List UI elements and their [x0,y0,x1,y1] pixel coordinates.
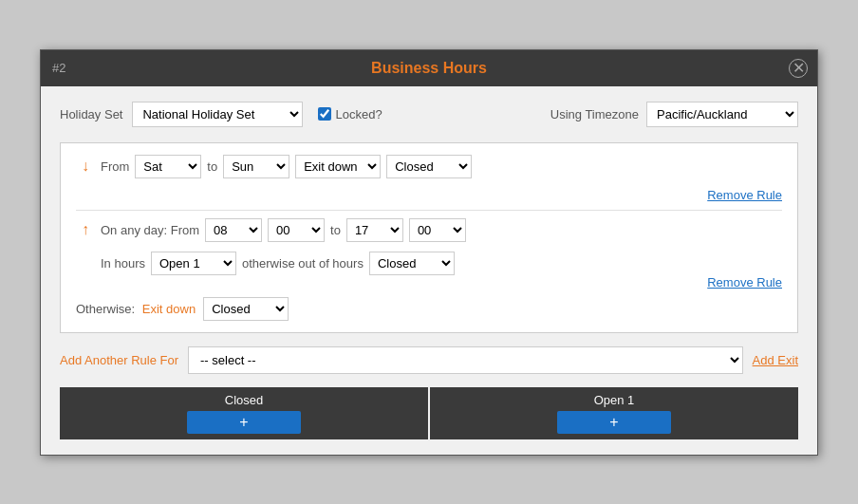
rule-1-from-day[interactable]: Sat SunMonTueWedThuFri [135,155,201,178]
otherwise-label: Otherwise: Exit down [76,302,196,316]
window-number: #2 [52,61,65,75]
rule-1-remove-row: Remove Rule [76,188,782,202]
rule-1-to-label: to [207,159,217,174]
locked-label: Locked? [335,107,382,121]
window-title: Business Hours [371,60,487,77]
timezone-label: Using Timezone [550,107,639,121]
rule-2-remove-link[interactable]: Remove Rule [707,275,782,289]
bottom-buttons: Closed + Open 1 + [60,387,798,439]
add-rule-row: Add Another Rule For -- select -- Add Ex… [60,346,798,374]
rule-1-row: ↓ From Sat SunMonTueWedThuFri to Sun Mon… [76,155,782,178]
content-area: Holiday Set National Holiday Set Locked?… [41,86,817,455]
bottom-col-open1: Open 1 + [430,387,798,439]
timezone-select[interactable]: Pacific/Auckland [646,102,798,127]
rule-2-sub-row: In hours Open 1 Open 2 Closed otherwise … [76,252,782,275]
rule-2-otherwise-label: otherwise out of hours [242,256,364,271]
bottom-col-closed: Closed + [60,387,428,439]
rules-box: ↓ From Sat SunMonTueWedThuFri to Sun Mon… [60,142,798,333]
rule-2-from-hour[interactable]: 08 0001020304050607 091011121314151617 [205,218,262,242]
closed-col-label: Closed [225,393,263,407]
add-exit-button[interactable]: Add Exit [753,353,798,367]
close-button[interactable]: ✕ [789,59,808,78]
closed-plus-button[interactable]: + [187,411,301,434]
rule-1-block: ↓ From Sat SunMonTueWedThuFri to Sun Mon… [76,155,782,202]
rule-1-to-day[interactable]: Sun MonTueWedThuFriSat [223,155,289,178]
locked-checkbox[interactable] [318,107,331,121]
rule-2-to-label: to [330,223,341,237]
titlebar: #2 Business Hours ✕ [41,50,817,86]
rule-2-in-hours-select[interactable]: Open 1 Open 2 Closed [151,252,236,275]
top-row: Holiday Set National Holiday Set Locked?… [60,102,798,127]
rule-1-arrow: ↓ [76,158,95,175]
business-hours-window: #2 Business Hours ✕ Holiday Set National… [40,49,818,456]
rule-1-closed-select[interactable]: Closed Open 1 Open 2 [386,155,472,178]
rule-2-row: ↑ On any day: From 08 0001020304050607 0… [76,218,782,242]
rule-2-block: ↑ On any day: From 08 0001020304050607 0… [76,218,782,289]
rule-2-in-hours-label: In hours [101,256,145,271]
rule-2-from-min[interactable]: 00153045 [268,218,325,242]
rule-divider [76,210,782,211]
timezone-group: Using Timezone Pacific/Auckland [550,102,798,127]
open1-plus-button[interactable]: + [557,411,671,434]
rule-2-arrow: ↑ [76,221,95,238]
add-rule-select[interactable]: -- select -- [188,346,743,374]
rule-2-any-day-label: On any day: From [101,223,199,237]
otherwise-row: Otherwise: Exit down Closed Open 1 Open … [76,297,782,321]
rule-2-to-min[interactable]: 00153045 [409,218,466,242]
rule-2-to-hour[interactable]: 17 000102030405060708 0910111213141516 1… [346,218,403,242]
otherwise-exit-label: Exit down [142,302,196,316]
rule-1-from-label: From [101,159,129,174]
locked-group: Locked? [318,107,382,121]
rule-1-remove-link[interactable]: Remove Rule [707,188,782,202]
open1-col-label: Open 1 [594,393,635,407]
holiday-set-select[interactable]: National Holiday Set [132,102,303,127]
rule-2-otherwise-select[interactable]: Closed Open 1 Open 2 [369,252,455,275]
rule-1-action-select[interactable]: Exit down Exit up [295,155,381,178]
rule-2-remove-row: Remove Rule [76,275,782,289]
holiday-set-label: Holiday Set [60,107,122,121]
otherwise-select[interactable]: Closed Open 1 Open 2 [203,297,289,321]
add-rule-label: Add Another Rule For [60,353,178,367]
